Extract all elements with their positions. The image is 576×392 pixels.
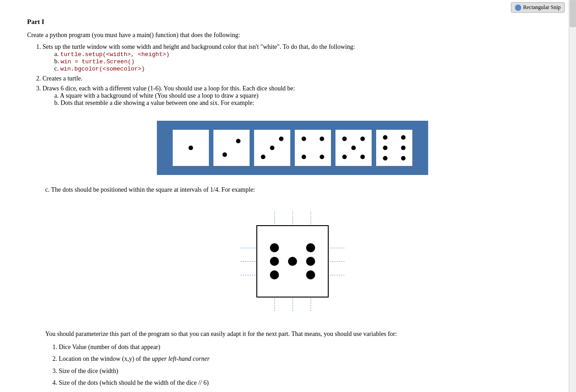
step3a: a. A square with a background of white (…	[54, 92, 558, 99]
die6-dot1	[383, 135, 387, 140]
die-2	[213, 130, 250, 166]
die-1	[173, 130, 209, 166]
step3b-text: Dots that resemble a die showing a value…	[61, 99, 254, 106]
scrollbar[interactable]	[569, 0, 576, 392]
part1-heading: Part I	[27, 18, 558, 26]
param-item-1: Dice Value (number of dots that appear)	[59, 342, 558, 352]
step2-num: 2.	[36, 75, 42, 82]
die6-dot4	[401, 146, 406, 150]
step1-substeps: a. turtle.setup(<width>, <height>) b. wi…	[54, 51, 558, 72]
dice-strip-wrapper	[27, 114, 558, 182]
die6-dot5	[383, 156, 387, 161]
step2-text: Creates a turtle.	[42, 75, 82, 82]
step1b: b. win = turtle.Screen()	[54, 58, 558, 65]
die3-dot3	[279, 137, 283, 141]
interval-container	[234, 203, 351, 320]
scrollbar-thumb[interactable]	[570, 0, 576, 27]
die-6	[376, 130, 412, 166]
step3a-text: A square with a background of white (You…	[60, 92, 258, 99]
die4-dot4	[320, 155, 324, 159]
die4-dot2	[320, 137, 324, 141]
parameterize-text: You should parameterize this part of the…	[45, 329, 558, 388]
param-item-4: Size of the dots (which should be the wi…	[59, 378, 558, 388]
die5-dot5	[360, 155, 365, 159]
param2-italic: upper left-hand corner	[152, 355, 210, 362]
step3-text: Draws 6 dice, each with a different valu…	[42, 85, 295, 92]
die3-dot1	[261, 155, 265, 159]
step3-substeps: a. A square with a background of white (…	[54, 92, 558, 107]
die5-dot1	[342, 137, 347, 141]
step1a: a. turtle.setup(<width>, <height>)	[54, 51, 558, 58]
snip-icon	[515, 5, 521, 11]
step3c-line: c. The dots should be positioned within …	[45, 186, 558, 194]
step3c-text: The dots should be positioned within the…	[51, 186, 255, 193]
die6-dot6	[401, 156, 406, 161]
param-list: Dice Value (number of dots that appear) …	[59, 342, 558, 388]
idot6	[270, 270, 279, 279]
die3-dot2	[270, 146, 274, 150]
idot2	[306, 243, 315, 252]
snip-button[interactable]: Rectangular Snip	[511, 2, 565, 13]
die-3	[254, 130, 290, 166]
die2-dot2	[236, 139, 241, 143]
die5-dot3	[351, 146, 356, 150]
die6-dot2	[401, 135, 406, 140]
die1-dot1	[189, 146, 193, 150]
die-5	[335, 130, 372, 166]
die2-dot1	[222, 152, 227, 157]
step1c-code: win.bgcolor(<somecolor>)	[60, 66, 145, 72]
step1-text: Sets up the turtle window with some widt…	[42, 43, 355, 50]
step2: 2. Creates a turtle.	[36, 75, 558, 82]
step1: 1. Sets up the turtle window with some w…	[36, 43, 558, 72]
die4-dot3	[302, 155, 306, 159]
step3b: b. Dots that resemble a die showing a va…	[54, 99, 558, 107]
idot5	[306, 257, 315, 266]
part1-intro: Create a python program (you must have a…	[27, 30, 558, 40]
idot3	[270, 257, 279, 266]
die6-dot3	[383, 146, 387, 150]
step3: 3. Draws 6 dice, each with a different v…	[36, 85, 558, 107]
step1b-code: win = turtle.Screen()	[61, 58, 135, 65]
die5-dot2	[360, 137, 365, 141]
die-4	[295, 130, 331, 166]
steps-list: 1. Sets up the turtle window with some w…	[36, 43, 558, 107]
dice-strip	[157, 121, 428, 175]
step1c: c. win.bgcolor(<somecolor>)	[54, 65, 558, 72]
param-item-3: Size of the dice (width)	[59, 366, 558, 376]
die4-dot1	[302, 137, 306, 141]
param-intro: You should parameterize this part of the…	[45, 329, 558, 339]
step1-num: 1.	[36, 43, 42, 50]
snip-button-label: Rectangular Snip	[523, 4, 561, 11]
step1a-code: turtle.setup(<width>, <height>)	[60, 51, 170, 58]
idot1	[270, 243, 279, 252]
param-item-2: Location on the window (x,y) of the uppe…	[59, 354, 558, 364]
die5-dot4	[342, 155, 347, 159]
step3-num: 3.	[36, 85, 42, 92]
interval-diagram	[27, 203, 558, 320]
idot4	[288, 257, 297, 266]
idot7	[306, 270, 315, 279]
